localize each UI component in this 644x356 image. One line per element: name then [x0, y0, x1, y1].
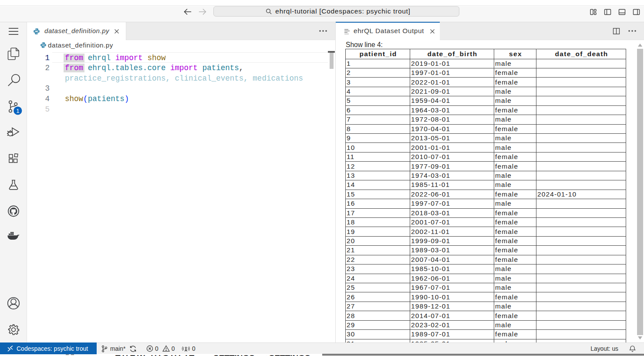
- svg-text:1: 1: [16, 108, 19, 114]
